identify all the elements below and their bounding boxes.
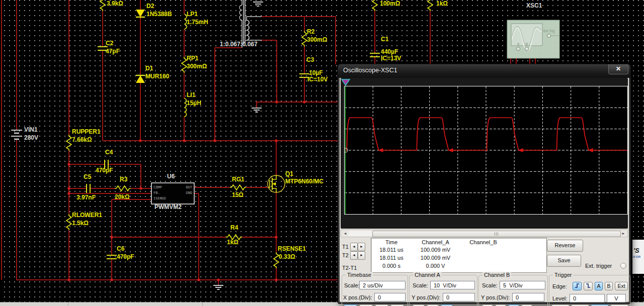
channel-a-legend: Channel A bbox=[413, 272, 442, 278]
component-label: 1:0.067:0.067 bbox=[220, 41, 258, 48]
trigger-rising-edge-icon[interactable] bbox=[573, 282, 582, 290]
scroll-left-arrow[interactable]: ◄ bbox=[342, 231, 349, 236]
component-label: 1.5kΩ bbox=[72, 220, 89, 227]
logo-text: 'S bbox=[633, 247, 644, 254]
component-label: 3.9kΩ bbox=[107, 1, 123, 7]
timebase-scale-field[interactable]: 2 us/Div bbox=[359, 281, 406, 289]
trigger-level-unit-field[interactable]: V bbox=[607, 294, 626, 302]
component-label: 3.97nF bbox=[76, 194, 96, 201]
component-label: 300mΩ bbox=[187, 63, 207, 70]
t1-channel-a: 100.009 mV bbox=[412, 247, 459, 253]
trigger-level-label: Level: bbox=[552, 295, 567, 301]
scroll-right-arrow[interactable]: ► bbox=[620, 231, 627, 236]
component-label: 15µH bbox=[187, 100, 201, 107]
channel-a-ypos-label: Y pos.(Div): bbox=[412, 294, 440, 300]
component-label: 1kΩ bbox=[436, 1, 448, 7]
component-label: C3 bbox=[306, 57, 314, 63]
component-label: C4 bbox=[105, 149, 113, 156]
cursor-readout-table: Time Channel_A Channel_B 18.011 us 100.0… bbox=[371, 238, 547, 273]
component-label: C2 bbox=[106, 40, 113, 47]
svg-text:FB.: FB. bbox=[153, 191, 160, 195]
component-label: 100mΩ bbox=[380, 1, 400, 7]
scope-display[interactable] bbox=[344, 86, 628, 215]
component-label: MUR160 bbox=[145, 73, 169, 80]
display-scrollbar[interactable]: ◄ ► bbox=[341, 230, 628, 237]
component-label: XSC1 bbox=[526, 3, 542, 9]
component-label: Q1 bbox=[285, 171, 293, 177]
timebase-scale-label: Scale: bbox=[344, 282, 360, 288]
channel-a-ypos-field[interactable]: 0 bbox=[443, 293, 475, 301]
t1-time: 18.011 us bbox=[371, 247, 412, 253]
component-label: LP1 bbox=[187, 11, 198, 18]
trigger-legend: Trigger bbox=[553, 272, 573, 278]
scrollbar-thumb[interactable] bbox=[372, 231, 621, 237]
channel-b-scale-label: Scale: bbox=[482, 282, 498, 288]
component-label: PWMVM2 bbox=[154, 204, 182, 211]
t2-time: 18.011 us bbox=[371, 255, 412, 261]
channel-b-ypos-field[interactable]: 0 bbox=[512, 293, 544, 301]
t1-cursor-handle-icon[interactable] bbox=[341, 79, 351, 86]
component-label: RP1 bbox=[187, 55, 198, 62]
trigger-source-b[interactable]: B bbox=[605, 282, 613, 290]
channel-b-scale-field[interactable]: 5 V/Div bbox=[500, 281, 545, 289]
trigger-level-field[interactable]: 0 bbox=[570, 294, 605, 302]
component-label: U6 bbox=[167, 173, 175, 180]
component-label: 470pF bbox=[96, 167, 113, 174]
timebase-legend: Timebase bbox=[346, 272, 373, 278]
channel-a-group: Channel A Scale: 10 V/Div Y pos.(Div): 0… bbox=[409, 275, 477, 306]
svg-text:GND: GND bbox=[186, 191, 192, 195]
channel-a-scale-label: Scale: bbox=[413, 282, 428, 288]
svg-text:A: A bbox=[517, 42, 520, 46]
trigger-group: Trigger Edge: ABExt Level: 0 V SingleNor… bbox=[549, 275, 630, 306]
component-label: 15Ω bbox=[232, 192, 244, 198]
ext-trigger-indicator[interactable] bbox=[620, 263, 626, 269]
component-label: D1 bbox=[145, 65, 153, 72]
component-label: R3 bbox=[120, 176, 127, 183]
t2-right-button[interactable]: ► bbox=[358, 251, 365, 260]
channel-a-scale-field[interactable]: 10 V/Div bbox=[430, 281, 475, 289]
trigger-falling-edge-icon[interactable] bbox=[584, 282, 593, 290]
diff-channel-a: 0.000 V bbox=[412, 263, 459, 269]
t2-left-button[interactable]: ◄ bbox=[350, 251, 358, 260]
t2-label: T2 bbox=[342, 252, 349, 258]
svg-text:ISENSE: ISENSE bbox=[153, 196, 166, 200]
reverse-button[interactable]: Reverse bbox=[547, 240, 583, 252]
trigger-edge-label: Edge: bbox=[552, 283, 567, 289]
component-label: RSENSE1 bbox=[278, 246, 306, 252]
col-header-channel-b: Channel_B bbox=[459, 239, 507, 245]
component-label: R4 bbox=[230, 225, 238, 231]
timebase-xpos-field[interactable]: 0 bbox=[374, 293, 406, 301]
window-titlebar[interactable]: Oscilloscope-XSC1 ✕ bbox=[338, 64, 630, 78]
window-title: Oscilloscope-XSC1 bbox=[343, 67, 397, 74]
window-client-area: ◄ ► T1 ◄ ► T2 ◄ ► T2-T1 Time Channel_A C… bbox=[340, 78, 629, 302]
component-label: R2 bbox=[307, 29, 314, 35]
component-label: 1N5388B bbox=[146, 11, 172, 18]
close-button[interactable]: ✕ bbox=[608, 64, 628, 74]
component-label: RUPPER1 bbox=[72, 129, 101, 135]
col-header-channel-a: Channel_A bbox=[412, 239, 459, 245]
ext-trigger-label: Ext. trigger bbox=[585, 263, 612, 269]
statusbar-divider bbox=[202, 302, 203, 306]
logo-subtext: H GR bbox=[633, 255, 644, 258]
trigger-source-a[interactable]: A bbox=[595, 282, 603, 290]
t1-left-button[interactable]: ◄ bbox=[350, 243, 358, 251]
col-header-time: Time bbox=[371, 239, 412, 245]
scrollbar-grip bbox=[495, 232, 499, 236]
statusbar-divider bbox=[68, 302, 68, 306]
component-label: 470pF bbox=[117, 254, 134, 260]
component-label: IC=10V bbox=[307, 76, 328, 83]
component-label: C5 bbox=[84, 174, 91, 180]
component-label: C1 bbox=[381, 36, 388, 43]
channel-b-ypos-label: Y pos.(Div): bbox=[481, 294, 510, 300]
t1-right-button[interactable]: ► bbox=[358, 243, 365, 251]
t2-t1-label: T2-T1 bbox=[342, 265, 357, 271]
component-label: MTP6N60/MC bbox=[285, 178, 324, 185]
component-label: 300mΩ bbox=[307, 37, 327, 43]
save-button[interactable]: Save bbox=[547, 255, 581, 267]
component-label: RG1 bbox=[232, 176, 245, 183]
diff-time: 0.000 s bbox=[371, 263, 412, 269]
component-label: D2 bbox=[146, 3, 154, 10]
trigger-source-ext[interactable]: Ext bbox=[615, 282, 628, 290]
background-logo-fragment: 'S H GR bbox=[632, 240, 644, 274]
t2-channel-a: 100.009 mV bbox=[412, 255, 459, 261]
